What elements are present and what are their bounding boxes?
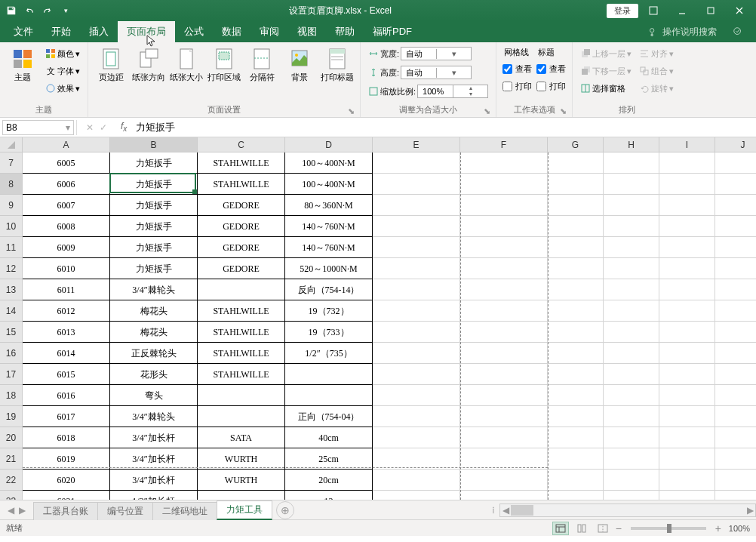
themes-button[interactable]: 主题 [5,45,41,83]
cell[interactable]: 140～760N·M [285,216,373,237]
cell[interactable]: 3/4″加长杆 [110,448,198,470]
bring-forward-button[interactable]: 上移一层 ▾ [577,45,635,62]
align-button[interactable]: 对齐 ▾ [636,45,677,62]
send-backward-button[interactable]: 下移一层 ▾ [577,63,635,79]
cell[interactable]: STAHLWILLE [198,300,285,322]
cell[interactable]: 6017 [23,406,110,427]
gridlines-print-checkbox[interactable]: 打印 [501,78,533,94]
cell[interactable]: 3/4″棘轮头 [110,279,198,300]
cell[interactable]: 梅花头 [110,322,198,343]
row-header[interactable]: 12 [0,258,23,279]
page-break-view-button[interactable] [595,522,611,535]
cell[interactable]: 12 [285,491,373,500]
cell[interactable] [715,427,756,448]
cell[interactable] [604,216,659,237]
cell[interactable] [373,385,460,406]
sheet-options-launcher[interactable]: ⬊ [558,106,567,115]
cell[interactable] [659,385,715,406]
cell[interactable]: 6010 [23,258,110,279]
cell[interactable]: 3/4″加长杆 [110,427,198,448]
cell[interactable] [548,300,604,322]
cell[interactable] [548,491,604,500]
column-header-C[interactable]: C [198,137,285,152]
cell[interactable] [715,279,756,300]
normal-view-button[interactable] [552,522,569,535]
print-area-button[interactable]: 打印区域 [206,45,242,83]
cell[interactable] [604,385,659,406]
column-header-B[interactable]: B [110,137,198,152]
menu-视图[interactable]: 视图 [288,21,326,42]
cell[interactable] [373,279,460,300]
row-header[interactable]: 8 [0,174,23,195]
cell[interactable]: 花形头 [110,364,198,385]
cell[interactable]: 力矩扳手 [110,216,198,237]
cell[interactable]: 6008 [23,216,110,237]
cell[interactable] [373,258,460,279]
cell[interactable]: 力矩扳手 [110,195,198,216]
cell[interactable]: 6019 [23,448,110,470]
cell[interactable]: 6005 [23,152,110,174]
cell[interactable] [460,343,548,364]
scale-width-control[interactable]: 宽度: 自动▾ [365,45,491,62]
cell[interactable]: 6014 [23,343,110,364]
cell[interactable]: 6020 [23,470,110,491]
cell[interactable]: 1/2″（735） [285,343,373,364]
cell[interactable] [604,343,659,364]
cell[interactable]: 正反棘轮头 [110,343,198,364]
row-header[interactable]: 9 [0,195,23,216]
theme-effects-button[interactable]: 效果 ▾ [42,80,83,97]
cell[interactable]: 反向（754-14） [285,279,373,300]
menu-开始[interactable]: 开始 [42,21,80,42]
cell[interactable] [548,152,604,174]
row-header[interactable]: 21 [0,448,23,470]
cell[interactable]: 1/2″加长杆 [110,491,198,500]
row-header[interactable]: 15 [0,322,23,343]
cell[interactable] [548,322,604,343]
cell[interactable] [460,491,548,500]
row-header[interactable]: 18 [0,385,23,406]
cell[interactable]: 100～400N·M [285,152,373,174]
cell[interactable] [460,448,548,470]
cell[interactable] [548,385,604,406]
cell[interactable]: 100～400N·M [285,174,373,195]
tab-nav-first[interactable]: ◀ [8,505,14,516]
menu-帮助[interactable]: 帮助 [326,21,364,42]
cell[interactable] [659,152,715,174]
column-header-D[interactable]: D [285,137,373,152]
scale-ratio-control[interactable]: 缩放比例: 100%▴▾ [365,83,491,100]
save-button[interactable] [3,2,20,19]
row-header[interactable]: 7 [0,152,23,174]
cell[interactable] [715,491,756,500]
column-header-F[interactable]: F [460,137,548,152]
cell[interactable] [460,237,548,258]
minimize-button[interactable] [668,2,696,20]
cell[interactable] [604,427,659,448]
cell[interactable] [373,491,460,500]
cell[interactable] [604,470,659,491]
cell[interactable] [460,174,548,195]
cell[interactable] [548,470,604,491]
cell[interactable]: STAHLWILLE [198,322,285,343]
row-header[interactable]: 22 [0,470,23,491]
row-header[interactable]: 17 [0,364,23,385]
tell-me-search[interactable]: 操作说明搜索 [640,26,724,38]
cell[interactable]: STAHLWILLE [198,364,285,385]
cell[interactable]: 3/4″加长杆 [110,470,198,491]
cell[interactable] [460,322,548,343]
cell[interactable]: 力矩扳手 [110,174,198,195]
cell[interactable] [604,491,659,500]
cell[interactable] [460,195,548,216]
cell[interactable]: GEDORE [198,195,285,216]
row-header[interactable]: 23 [0,491,23,500]
cell[interactable] [373,152,460,174]
menu-文件[interactable]: 文件 [5,21,42,42]
cell[interactable] [548,237,604,258]
cell[interactable] [715,406,756,427]
cell[interactable] [198,385,285,406]
zoom-slider[interactable] [631,527,706,530]
undo-button[interactable] [21,2,38,19]
scale-launcher[interactable]: ⬊ [482,106,491,115]
cell[interactable] [373,174,460,195]
cell[interactable] [548,195,604,216]
cell[interactable]: 力矩扳手 [110,237,198,258]
